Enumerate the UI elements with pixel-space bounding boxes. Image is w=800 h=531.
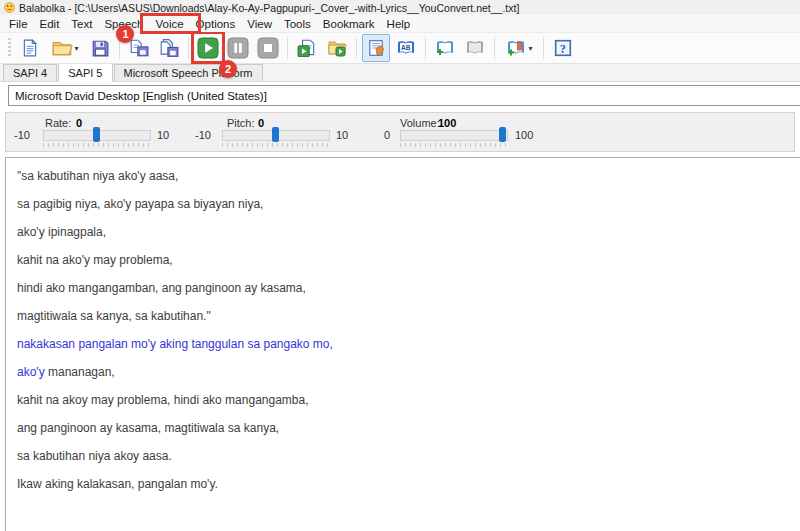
toolbar-separator <box>425 37 426 59</box>
volume-slider-thumb[interactable] <box>499 127 506 142</box>
svg-text:?: ? <box>560 42 566 56</box>
new-document-icon <box>21 39 39 57</box>
pitch-slider[interactable] <box>222 130 330 141</box>
tab-microsoft-speech-platform[interactable]: Microsoft Speech Platform <box>114 64 263 81</box>
menu-text[interactable]: Text <box>65 16 98 32</box>
toolbar-separator <box>188 37 189 59</box>
menu-tools[interactable]: Tools <box>278 16 317 32</box>
rate-slider-ticks <box>43 143 149 147</box>
speech-api-tabbar: SAPI 4 SAPI 5 Microsoft Speech Platform <box>0 63 800 82</box>
pitch-value: 0 <box>258 117 264 129</box>
menu-file[interactable]: File <box>3 16 34 32</box>
rate-slider-thumb[interactable] <box>93 127 100 142</box>
svg-text:AB: AB <box>401 44 411 51</box>
text-line: magtitiwala sa kanya, sa kabutihan." <box>17 302 800 330</box>
text-line-part: ako'y ipinagpala, <box>17 225 106 239</box>
book-add-icon <box>435 40 455 56</box>
volume-slider[interactable] <box>400 130 508 141</box>
menu-bookmark[interactable]: Bookmark <box>317 16 381 32</box>
text-line-part: "sa kabutihan niya ako'y aasa, <box>17 169 178 183</box>
text-line-part: sa pagibig niya, ako'y payapa sa biyayan… <box>17 197 263 211</box>
folder-play-icon <box>327 39 347 57</box>
rate-max-label: 10 <box>157 129 169 141</box>
bookmark-add-icon <box>505 40 527 56</box>
menu-bar: File Edit Text Speech Voice 1 Options Vi… <box>0 15 800 32</box>
dictionary-disabled-button[interactable] <box>461 34 489 62</box>
help-button[interactable]: ? <box>549 34 577 62</box>
text-line: ako'y mananagan, <box>17 358 800 386</box>
text-line: ang panginoon ay kasama, magtitiwala sa … <box>17 414 800 442</box>
text-line-part: kahit na ako'y may problema, <box>17 253 173 267</box>
rate-value: 0 <box>76 117 82 129</box>
window-title: Balabolka - [C:\Users\ASUS\Downloads\Ala… <box>19 2 519 14</box>
annotation-step-2-badge: 2 <box>219 60 237 78</box>
split-convert-audio-button[interactable] <box>155 34 183 62</box>
watch-clipboard-icon <box>367 39 385 57</box>
save-floppy-icon <box>91 39 109 57</box>
play-button[interactable]: 2 <box>194 34 222 62</box>
stop-button[interactable] <box>254 34 282 62</box>
text-line: sa pagibig niya, ako'y payapa sa biyayan… <box>17 190 800 218</box>
pitch-label: Pitch: <box>227 117 255 129</box>
open-folder-icon <box>51 39 73 57</box>
menu-help[interactable]: Help <box>381 16 417 32</box>
stop-icon <box>257 37 279 59</box>
add-bookmark-button[interactable]: ▾ <box>500 34 538 62</box>
text-line-part: ang panginoon ay kasama, magtitiwala sa … <box>17 421 279 435</box>
read-text-from-file-button[interactable] <box>293 34 321 62</box>
window-titlebar: Balabolka - [C:\Users\ASUS\Downloads\Ala… <box>0 0 800 15</box>
pause-button[interactable] <box>224 34 252 62</box>
text-line-blue-part: nakakasan pangalan mo'y aking tanggulan … <box>17 337 333 351</box>
add-bookmark-dropdown-arrow[interactable]: ▾ <box>528 44 532 53</box>
save-file-button[interactable] <box>86 34 114 62</box>
pitch-max-label: 10 <box>336 129 348 141</box>
text-line: "sa kabutihan niya ako'y aasa, <box>17 162 800 190</box>
rate-slider[interactable] <box>43 130 151 141</box>
pause-icon <box>227 37 249 59</box>
toolbar-gripper[interactable] <box>8 38 11 58</box>
rate-min-label: -10 <box>14 129 30 141</box>
open-file-button[interactable]: ▾ <box>46 34 84 62</box>
text-line: Ikaw aking kalakasan, pangalan mo'y. <box>17 470 800 498</box>
volume-label: Volume: <box>400 117 440 129</box>
menu-voice-label: Voice <box>155 18 183 30</box>
text-line: ako'y ipinagpala, <box>17 218 800 246</box>
text-line-blue-part: ako'y <box>17 365 48 379</box>
help-icon: ? <box>554 39 572 57</box>
annotation-step-1-badge: 1 <box>116 25 134 43</box>
tab-sapi5[interactable]: SAPI 5 <box>58 63 112 82</box>
text-editor[interactable]: "sa kabutihan niya ako'y aasa, sa pagibi… <box>5 157 800 531</box>
text-line: hindi ako mangangamban, ang panginoon ay… <box>17 274 800 302</box>
volume-slider-ticks <box>400 143 506 147</box>
new-document-button[interactable] <box>16 34 44 62</box>
menu-view[interactable]: View <box>241 16 278 32</box>
voice-parameters-panel: Rate: 0 -10 10 Pitch: 0 -10 10 Volume: 1… <box>5 112 795 152</box>
text-line-part: sa kabutihan niya akoy aasa. <box>17 449 172 463</box>
watch-clipboard-button[interactable] <box>362 34 390 62</box>
save-audio-file-icon <box>129 39 149 57</box>
menu-edit[interactable]: Edit <box>34 16 66 32</box>
text-line-part: magtitiwala sa kanya, sa kabutihan." <box>17 309 211 323</box>
batch-file-converter-button[interactable] <box>323 34 351 62</box>
toolbar-separator <box>494 37 495 59</box>
add-to-dictionary-button[interactable] <box>431 34 459 62</box>
read-file-play-icon <box>297 39 317 57</box>
menu-voice[interactable]: Voice 1 <box>149 16 189 32</box>
balabolka-app-icon <box>4 2 15 13</box>
pitch-slider-thumb[interactable] <box>272 127 279 142</box>
ab-book-icon: AB <box>396 40 416 56</box>
text-line-part: Ikaw aking kalakasan, pangalan mo'y. <box>17 477 218 491</box>
volume-min-label: 0 <box>384 129 390 141</box>
open-file-dropdown-arrow[interactable]: ▾ <box>74 44 78 53</box>
voice-select[interactable]: Microsoft David Desktop [English (United… <box>8 85 800 106</box>
text-line-part: hindi ako mangangamban, ang panginoon ay… <box>17 281 306 295</box>
pitch-min-label: -10 <box>195 129 211 141</box>
tab-sapi4[interactable]: SAPI 4 <box>3 64 57 81</box>
voice-select-value: Microsoft David Desktop [English (United… <box>15 90 267 102</box>
volume-value: 100 <box>438 117 456 129</box>
play-icon <box>197 37 219 59</box>
text-line-part: kahit na akoy may problema, hindi ako ma… <box>17 393 309 407</box>
spelling-dictionary-button[interactable]: AB <box>392 34 420 62</box>
menu-options[interactable]: Options <box>190 16 242 32</box>
toolbar-separator <box>356 37 357 59</box>
